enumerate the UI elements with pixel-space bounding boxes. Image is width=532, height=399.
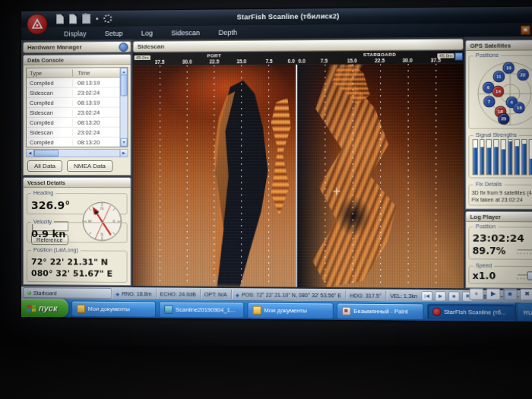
fix-details-label: Fix Details <box>473 182 505 187</box>
record-button[interactable]: ● <box>469 288 483 300</box>
sidescan-title: Sidescan <box>138 43 165 50</box>
taskbar-item-label: StarFish Scanline (тб... <box>444 308 506 315</box>
cell-time: 08:13:20 <box>73 138 120 145</box>
sidescan-header[interactable]: Sidescan <box>133 39 464 52</box>
menu-display[interactable]: Display <box>64 30 87 37</box>
all-data-button[interactable]: All Data <box>27 160 62 172</box>
right-panel-column: GPS Satellites Positions 101122614137416… <box>464 36 532 291</box>
cell-time: 08:13:19 <box>73 99 120 106</box>
table-row[interactable]: Compiled08:13:20 <box>27 118 120 128</box>
taskbar-item-scanline-file[interactable]: Scanline20190904_1... <box>159 301 244 318</box>
slider-thumb[interactable] <box>527 271 532 280</box>
start-button[interactable]: пуск <box>21 299 68 318</box>
position-group: Position (Lat/Long) 72° 22' 21.31" N 080… <box>27 250 128 283</box>
heading-group: Heading 326.9° Reference <box>27 193 128 214</box>
main-area: Hardware Manager Data Console Type Time … <box>21 36 532 291</box>
position-slider[interactable] <box>518 246 532 256</box>
gps-satellites-panel: GPS Satellites Positions 101122614137416… <box>465 40 532 210</box>
speed-slider[interactable] <box>518 271 532 281</box>
cancel-button[interactable]: ✖ <box>520 289 532 301</box>
scrollbar-thumb[interactable] <box>120 74 127 96</box>
cell-type: Compiled <box>27 99 73 106</box>
scroll-left-icon[interactable]: ◀ <box>27 150 34 157</box>
window-title: StarFish Scanline (тбилиск2) <box>21 10 532 23</box>
hardware-manager-icon[interactable] <box>119 43 128 52</box>
satellite-marker: 11 <box>492 71 505 83</box>
starboard-status-text: Starboard <box>33 290 57 296</box>
gps-satellites-header[interactable]: GPS Satellites <box>466 40 532 51</box>
menu-setup[interactable]: Setup <box>105 29 123 36</box>
sonar-waterfall[interactable] <box>133 63 464 288</box>
heading-status-cell: HDG: 317.5° <box>346 290 386 300</box>
taskbar-item-label: Scanline20190904_1... <box>176 306 235 313</box>
fix-time-text: Fix taken at 23:02:24 <box>472 196 532 203</box>
opt-value: OPT: N/A <box>204 291 227 296</box>
cell-type: Compiled <box>27 79 73 86</box>
range-tick: 37.5 <box>431 57 441 62</box>
starboard-label: STARBOARD <box>363 52 396 57</box>
sidescan-panel: Sidescan 45.0m 45.0m PORT STARBOARD 37.5… <box>132 37 464 290</box>
table-row[interactable]: Sidescan23:02:24 <box>27 128 120 138</box>
starfish-icon <box>432 307 442 315</box>
scale-button[interactable] <box>454 52 463 60</box>
data-console-table[interactable]: Type Time Compiled08:13:19 Sidescan23:02… <box>26 67 128 147</box>
scroll-right-icon[interactable]: ▶ <box>119 150 127 157</box>
signal-bar <box>528 139 532 175</box>
language-indicator[interactable]: RU <box>524 309 532 315</box>
taskbar-item-documents-1[interactable]: Мои документы <box>71 300 156 317</box>
file-icon <box>164 305 173 313</box>
folder-icon <box>77 304 85 312</box>
range-tick: 30.0 <box>402 58 412 63</box>
range-tick: 22.5 <box>375 58 385 63</box>
vessel-details-panel: Vessel Details Heading 326.9° Reference <box>23 177 131 286</box>
mini-play-button[interactable]: ▶ <box>435 291 446 301</box>
echo-status-cell: ECHO: 24.0dB <box>157 289 201 299</box>
windows-flag-icon <box>27 304 36 312</box>
table-header-row: Type Time <box>27 68 120 78</box>
log-player-header[interactable]: Log Player <box>466 212 532 223</box>
positions-label: Positions <box>473 52 501 58</box>
column-time[interactable]: Time <box>73 69 120 76</box>
taskbar-item-label: Безымянный - Paint <box>353 307 408 315</box>
vessel-details-header[interactable]: Vessel Details <box>24 178 131 188</box>
range-tick: 0.0 <box>298 59 305 64</box>
table-row[interactable]: Compiled08:13:19 <box>27 78 120 88</box>
taskbar-item-label: Мои документы <box>264 306 306 314</box>
mini-skip-start-button[interactable]: |◀ <box>421 290 432 300</box>
scroll-down-icon[interactable]: ▼ <box>120 138 127 147</box>
signal-bar <box>500 139 505 175</box>
column-type[interactable]: Type <box>27 69 73 76</box>
range-tick: 15.0 <box>347 58 357 63</box>
nmea-data-button[interactable]: NMEA Data <box>67 160 112 172</box>
velocity-value: 0.9 kn <box>31 228 123 240</box>
starboard-sonar-image[interactable] <box>297 63 464 288</box>
menu-log[interactable]: Log <box>141 29 153 36</box>
mini-stop-button[interactable]: ■ <box>448 291 460 301</box>
scrollbar-thumb[interactable] <box>34 150 59 157</box>
table-horizontal-scrollbar[interactable]: ◀ ▶ <box>26 149 128 157</box>
cell-time: 23:02:24 <box>73 89 120 96</box>
menu-sidescan[interactable]: Sidescan <box>171 29 200 36</box>
hardware-manager-header[interactable]: Hardware Manager <box>23 41 131 53</box>
stop-button[interactable]: ■ <box>503 289 518 301</box>
satellite-marker: 16 <box>513 103 525 115</box>
table-vertical-scrollbar[interactable]: ▲ ▼ <box>119 68 127 147</box>
hardware-manager-title: Hardware Manager <box>27 43 82 51</box>
cell-time: 23:02:24 <box>73 128 120 135</box>
menu-depth[interactable]: Depth <box>219 28 238 36</box>
table-row[interactable]: Sidescan23:02:24 <box>27 108 120 118</box>
taskbar-item-starfish[interactable]: StarFish Scanline (тб... <box>426 303 515 321</box>
cursor-crosshair <box>334 188 340 195</box>
taskbar-item-paint[interactable]: Безымянный - Paint <box>336 302 423 319</box>
data-console-panel: Data Console Type Time Compiled08:13:19 … <box>23 54 131 176</box>
data-console-header[interactable]: Data Console <box>24 55 131 65</box>
port-sonar-image[interactable] <box>133 65 296 287</box>
window-button-1[interactable]: ▣ <box>521 25 530 34</box>
paint-icon <box>342 306 350 315</box>
table-row[interactable]: Compiled08:13:20 <box>27 138 120 147</box>
play-button[interactable]: ▶ <box>486 289 501 301</box>
table-row[interactable]: Compiled08:13:19 <box>27 97 120 108</box>
table-row[interactable]: Sidescan23:02:24 <box>27 87 120 98</box>
cell-type: Sidescan <box>27 89 73 96</box>
taskbar-item-documents-2[interactable]: Мои документы <box>247 302 333 318</box>
